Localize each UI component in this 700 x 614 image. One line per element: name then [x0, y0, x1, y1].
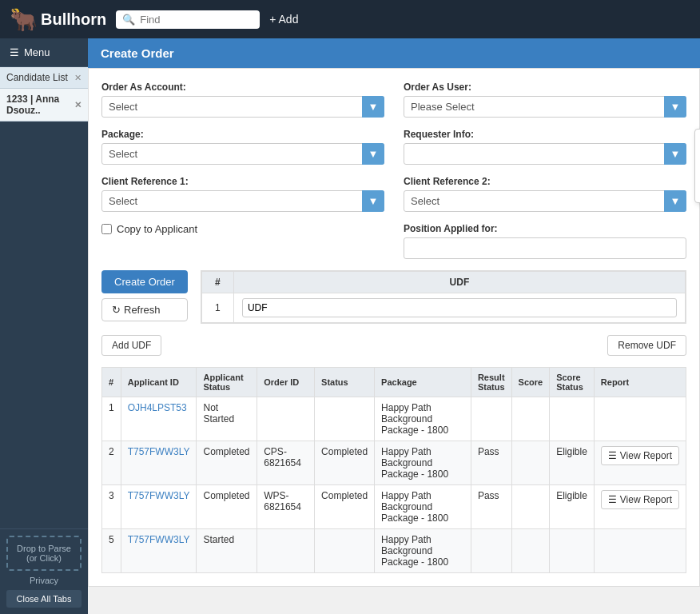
- client-ref1-select[interactable]: Select: [101, 190, 384, 212]
- udf-row-value: [233, 293, 685, 323]
- col-report: Report: [594, 368, 686, 397]
- udf-table: # UDF 1: [201, 271, 686, 323]
- cell-applicant-id[interactable]: T757FWW3LY: [121, 529, 197, 573]
- cell-applicant-id-link[interactable]: OJH4LPST53: [128, 402, 187, 413]
- col-result-status: ResultStatus: [471, 368, 511, 397]
- client-ref1-label: Client Reference 1:: [101, 176, 384, 187]
- privacy-link[interactable]: Privacy: [6, 576, 82, 585]
- cell-applicant-id-link[interactable]: T757FWW3LY: [128, 446, 190, 457]
- cell-report: [594, 529, 686, 573]
- cell-applicant-status: Completed: [197, 485, 257, 529]
- cell-result-status: Pass: [471, 441, 511, 485]
- order-as-user-select[interactable]: Please Select: [404, 96, 686, 118]
- client-ref2-label: Client Reference 2:: [404, 176, 686, 187]
- view-report-button[interactable]: ☰ View Report: [601, 490, 679, 509]
- brand-name: Bullhorn: [41, 10, 106, 29]
- results-table: # Applicant ID ApplicantStatus Order ID …: [101, 367, 686, 573]
- remove-udf-button[interactable]: Remove UDF: [607, 335, 686, 356]
- cell-report: ☰ View Report: [594, 485, 686, 529]
- cell-num: 3: [102, 485, 121, 529]
- search-icon: 🔍: [122, 14, 135, 26]
- udf-row-num: 1: [201, 293, 233, 323]
- view-report-button[interactable]: ☰ View Report: [601, 446, 679, 465]
- col-applicant-status: ApplicantStatus: [197, 368, 257, 397]
- cell-status: [315, 397, 375, 441]
- sidebar-tab-anna[interactable]: 1233 | Anna Dsouz.. ✕: [0, 89, 88, 122]
- table-row: 3T757FWW3LYCompletedWPS-6821654Completed…: [102, 485, 686, 529]
- col-status: Status: [315, 368, 375, 397]
- cell-score-status: Eligible: [550, 485, 595, 529]
- refresh-icon: ↻: [112, 304, 121, 316]
- cell-result-status: [471, 397, 511, 441]
- sidebar-tab-close-0[interactable]: ✕: [74, 73, 82, 83]
- brand-logo: 🐂 Bullhorn: [10, 6, 106, 33]
- cell-order-id: CPS-6821654: [257, 441, 315, 485]
- requestor-tooltip: Requestor Info Last Name Email: Phone:: [694, 129, 700, 203]
- cell-score-status: [550, 529, 595, 573]
- client-ref2-select[interactable]: Select: [404, 190, 686, 212]
- search-input[interactable]: [140, 14, 252, 26]
- position-applied-col: Position Applied for:: [404, 223, 686, 259]
- top-navigation: 🐂 Bullhorn 🔍 + Add: [0, 0, 700, 38]
- udf-input[interactable]: [242, 298, 677, 317]
- col-score: Score: [511, 368, 550, 397]
- cell-score: [511, 441, 550, 485]
- col-applicant-id: Applicant ID: [121, 368, 197, 397]
- cell-applicant-id[interactable]: T757FWW3LY: [121, 485, 197, 529]
- client-ref2-wrapper: Select ▼: [404, 190, 686, 212]
- refresh-button[interactable]: ↻ Refresh: [101, 298, 188, 321]
- cell-applicant-id-link[interactable]: T757FWW3LY: [128, 534, 190, 545]
- col-package: Package: [375, 368, 471, 397]
- close-all-tabs-button[interactable]: Close All Tabs: [6, 590, 82, 608]
- requester-info-input[interactable]: [404, 143, 686, 165]
- copy-to-applicant-checkbox[interactable]: [101, 224, 112, 234]
- sidebar-tab-label: 1233 | Anna Dsouz..: [6, 94, 74, 116]
- create-order-button[interactable]: Create Order: [101, 270, 188, 293]
- cell-status: Completed: [315, 441, 375, 485]
- report-icon: ☰: [608, 494, 617, 505]
- drop-parse-button[interactable]: Drop to Parse (or Click): [6, 536, 82, 571]
- drop-parse-label: Drop to Parse (or Click): [17, 544, 71, 563]
- package-wrapper: Select ▼: [101, 143, 384, 165]
- table-row: 5T757FWW3LYStartedHappy Path Background …: [102, 529, 686, 573]
- cell-applicant-id-link[interactable]: T757FWW3LY: [128, 490, 190, 501]
- sidebar-menu-toggle[interactable]: ☰ Menu: [0, 38, 88, 67]
- order-as-account-select[interactable]: Select: [101, 96, 384, 118]
- cell-package: Happy Path Background Package - 1800: [375, 485, 471, 529]
- order-as-account-group: Order As Account: Select ▼: [101, 82, 384, 118]
- cell-score: [511, 485, 550, 529]
- menu-icon: ☰: [10, 46, 19, 58]
- cell-package: Happy Path Background Package - 1800: [375, 397, 471, 441]
- action-buttons: Create Order ↻ Refresh: [101, 270, 188, 324]
- add-button[interactable]: + Add: [269, 13, 298, 26]
- position-applied-input[interactable]: [404, 237, 686, 259]
- cell-applicant-id[interactable]: OJH4LPST53: [121, 397, 197, 441]
- copy-to-applicant-label: Copy to Applicant: [117, 223, 197, 235]
- cell-result-status: [471, 529, 511, 573]
- row-copy-position: Copy to Applicant Position Applied for:: [101, 223, 686, 259]
- udf-bottom-buttons: Add UDF Remove UDF: [101, 335, 686, 356]
- cell-applicant-id[interactable]: T757FWW3LY: [121, 441, 197, 485]
- add-udf-button[interactable]: Add UDF: [101, 335, 161, 356]
- cell-score-status: [550, 397, 595, 441]
- client-ref1-group: Client Reference 1: Select ▼: [101, 176, 384, 212]
- bullhorn-icon: 🐂: [10, 6, 38, 33]
- sidebar-bottom: Drop to Parse (or Click) Privacy Close A…: [0, 528, 88, 614]
- cell-package: Happy Path Background Package - 1800: [375, 529, 471, 573]
- udf-col-udf: UDF: [233, 272, 685, 293]
- page-header: Create Order: [88, 38, 700, 68]
- cell-applicant-status: Started: [197, 529, 257, 573]
- content-area: Create Order Order As Account: Select ▼ …: [88, 38, 700, 614]
- order-as-account-wrapper: Select ▼: [101, 96, 384, 118]
- cell-order-id: [257, 529, 315, 573]
- package-select[interactable]: Select: [101, 143, 384, 165]
- client-ref2-group: Client Reference 2: Select ▼: [404, 176, 686, 212]
- form-row-3: Client Reference 1: Select ▼ Client Refe…: [101, 176, 686, 212]
- sidebar-tab-close-1[interactable]: ✕: [74, 100, 82, 110]
- cell-num: 1: [102, 397, 121, 441]
- order-as-user-group: Order As User: Please Select ▼: [404, 82, 686, 118]
- sidebar-tab-candidate-list[interactable]: Candidate List ✕: [0, 67, 88, 89]
- form-area: Order As Account: Select ▼ Order As User…: [88, 68, 700, 587]
- cell-status: Completed: [315, 485, 375, 529]
- search-bar[interactable]: 🔍: [116, 10, 260, 29]
